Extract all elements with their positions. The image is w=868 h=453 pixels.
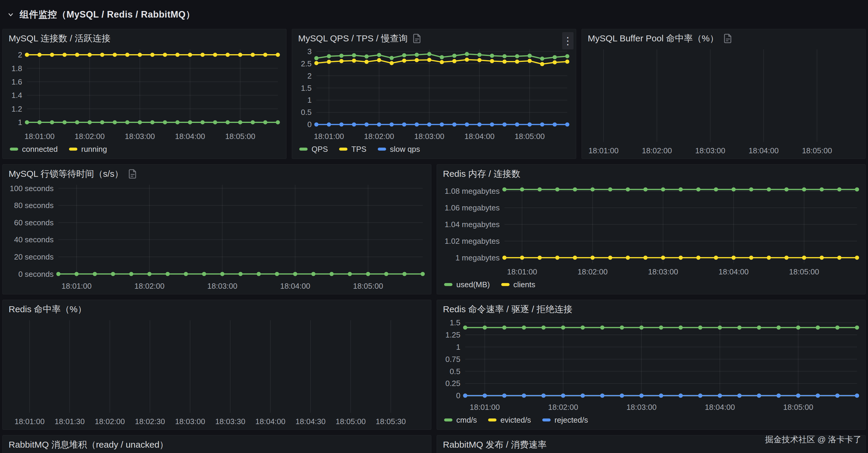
legend-color-pill (444, 419, 453, 421)
legend: connected running (7, 142, 282, 156)
svg-text:18:01:00: 18:01:00 (62, 281, 92, 291)
svg-text:0.5: 0.5 (301, 108, 312, 117)
panel-mysql-lock-wait: MySQL 行锁等待时间（s/s） 18:01:0018:02:0018:03:… (2, 164, 431, 294)
row-2: MySQL 行锁等待时间（s/s） 18:01:0018:02:0018:03:… (2, 164, 866, 294)
svg-text:40 seconds: 40 seconds (14, 235, 54, 244)
legend-label: connected (22, 145, 58, 154)
panel-title[interactable]: MySQL QPS / TPS / 慢查询 (298, 32, 407, 44)
svg-text:18:01:00: 18:01:00 (24, 132, 55, 141)
legend-item[interactable]: used(MB) (444, 280, 490, 289)
svg-text:18:03:00: 18:03:00 (125, 132, 155, 141)
svg-text:18:05:00: 18:05:00 (336, 417, 366, 426)
legend-item[interactable]: TPS (339, 145, 367, 154)
legend-item[interactable]: clients (501, 280, 535, 289)
legend-label: TPS (351, 145, 367, 154)
line-chart[interactable]: 18:01:0018:02:0018:03:0018:04:0018:05:00 (586, 44, 861, 156)
panel-mysql-connections: MySQL 连接数 / 活跃连接 18:01:0018:02:0018:03:0… (2, 29, 286, 159)
legend: used(MB) clients (441, 277, 861, 292)
legend-label: QPS (311, 145, 328, 154)
legend-label: used(MB) (456, 280, 490, 289)
legend-item[interactable]: QPS (299, 145, 328, 154)
legend-item[interactable]: evicted/s (488, 416, 531, 425)
svg-text:0.75: 0.75 (445, 355, 461, 364)
line-chart[interactable]: 18:01:0018:02:0018:03:0018:04:0018:05:00… (441, 180, 861, 277)
panel-title[interactable]: Redis 命中率（%） (9, 303, 87, 315)
panel-info-icon[interactable] (128, 169, 137, 179)
line-chart[interactable]: 18:01:0018:02:0018:03:0018:04:0018:05:00… (296, 44, 571, 142)
svg-text:18:02:00: 18:02:00 (548, 403, 578, 412)
legend-item[interactable]: running (69, 145, 107, 154)
svg-text:2.5: 2.5 (301, 59, 312, 68)
panel-header: MySQL 连接数 / 活跃连接 (7, 32, 282, 44)
row-1: MySQL 连接数 / 活跃连接 18:01:0018:02:0018:03:0… (2, 29, 866, 159)
svg-text:18:04:30: 18:04:30 (296, 417, 326, 426)
panel-title[interactable]: Redis 命令速率 / 驱逐 / 拒绝连接 (443, 303, 572, 315)
legend-item[interactable]: connected (10, 145, 58, 154)
legend-color-pill (69, 148, 78, 151)
panel-title[interactable]: MySQL Buffer Pool 命中率（%） (588, 32, 719, 44)
svg-text:20 seconds: 20 seconds (14, 252, 54, 261)
svg-text:18:05:00: 18:05:00 (783, 403, 813, 412)
svg-text:18:03:00: 18:03:00 (175, 417, 205, 426)
legend-item[interactable]: slow qps (378, 145, 420, 154)
panel-redis-cmd-rate: Redis 命令速率 / 驱逐 / 拒绝连接 18:01:0018:02:001… (437, 300, 866, 430)
panel-info-icon[interactable] (412, 33, 422, 43)
svg-text:18:02:00: 18:02:00 (642, 146, 672, 155)
svg-text:18:01:00: 18:01:00 (14, 417, 44, 426)
legend-label: slow qps (390, 145, 420, 154)
legend-label: clients (514, 280, 535, 289)
panel-title[interactable]: MySQL 连接数 / 活跃连接 (9, 32, 111, 44)
svg-text:2: 2 (18, 50, 22, 59)
svg-text:18:01:30: 18:01:30 (55, 417, 85, 426)
svg-text:18:04:00: 18:04:00 (719, 267, 749, 276)
svg-text:3: 3 (307, 47, 311, 56)
panel-title[interactable]: MySQL 行锁等待时间（s/s） (9, 168, 123, 180)
svg-text:1.2: 1.2 (11, 104, 22, 113)
panel-title[interactable]: Redis 内存 / 连接数 (443, 168, 520, 180)
svg-text:18:02:00: 18:02:00 (134, 281, 164, 291)
line-chart[interactable]: 18:01:0018:01:3018:02:0018:02:3018:03:00… (7, 315, 427, 427)
line-chart[interactable]: 18:01:0018:02:0018:03:0018:04:0018:05:00… (7, 180, 427, 292)
svg-text:18:04:00: 18:04:00 (175, 132, 205, 141)
svg-text:1: 1 (307, 95, 311, 104)
svg-text:1.06 megabytes: 1.06 megabytes (445, 203, 500, 212)
row-header-component-monitoring[interactable]: 组件监控（MySQL / Redis / RabbitMQ） (2, 0, 866, 29)
legend-label: running (81, 145, 107, 154)
svg-text:1.5: 1.5 (301, 84, 312, 93)
svg-text:0: 0 (307, 120, 311, 129)
svg-text:2: 2 (307, 71, 311, 80)
svg-text:1: 1 (456, 342, 460, 352)
svg-text:1.8: 1.8 (11, 64, 22, 73)
svg-text:18:01:00: 18:01:00 (507, 267, 537, 276)
svg-text:18:02:00: 18:02:00 (95, 417, 125, 426)
row-4: RabbitMQ 消息堆积（ready / unacked） RabbitMQ … (2, 435, 866, 453)
chevron-down-icon (6, 10, 15, 19)
panel-header: MySQL QPS / TPS / 慢查询 (296, 32, 571, 44)
legend-color-pill (444, 283, 453, 286)
svg-text:80 seconds: 80 seconds (14, 201, 54, 210)
svg-text:18:02:30: 18:02:30 (135, 417, 165, 426)
legend-item[interactable]: cmd/s (444, 416, 477, 425)
line-chart[interactable]: 18:01:0018:02:0018:03:0018:04:0018:05:00… (441, 315, 861, 413)
line-chart[interactable]: 18:01:0018:02:0018:03:0018:04:0018:05:00… (7, 44, 282, 142)
legend-color-pill (378, 148, 386, 151)
svg-text:100 seconds: 100 seconds (10, 184, 54, 193)
svg-text:18:03:00: 18:03:00 (626, 403, 656, 412)
legend-label: cmd/s (456, 416, 477, 425)
svg-text:1.6: 1.6 (11, 78, 22, 86)
panel-header: Redis 命令速率 / 驱逐 / 拒绝连接 (441, 303, 861, 315)
legend-color-pill (501, 283, 509, 286)
panel-info-icon[interactable] (723, 33, 732, 43)
panel-mysql-qps-tps: MySQL QPS / TPS / 慢查询 ⋮ 18:01:0018:02:00… (292, 29, 576, 159)
panel-header: Redis 命中率（%） (7, 303, 427, 315)
svg-text:18:05:00: 18:05:00 (802, 146, 832, 155)
dashboard: 组件监控（MySQL / Redis / RabbitMQ） MySQL 连接数… (0, 0, 868, 453)
svg-text:18:02:00: 18:02:00 (75, 132, 105, 141)
panel-rabbitmq-backlog: RabbitMQ 消息堆积（ready / unacked） (2, 435, 431, 453)
svg-text:18:03:00: 18:03:00 (414, 132, 444, 141)
legend-item[interactable]: rejected/s (542, 416, 588, 425)
panel-title[interactable]: RabbitMQ 消息堆积（ready / unacked） (9, 439, 168, 451)
svg-text:18:05:30: 18:05:30 (376, 417, 406, 426)
panel-title[interactable]: RabbitMQ 发布 / 消费速率 (443, 439, 547, 451)
panel-header: Redis 内存 / 连接数 (441, 168, 861, 180)
